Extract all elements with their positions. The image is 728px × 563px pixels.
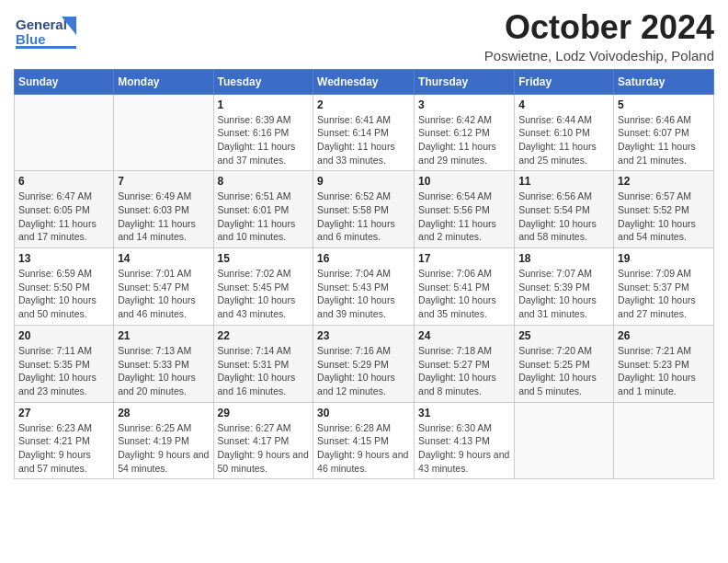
cell-info-text: Sunrise: 7:11 AM Sunset: 5:35 PM Dayligh… (18, 344, 109, 398)
cell-day-number: 1 (218, 98, 310, 111)
cell-day-number: 30 (317, 407, 410, 419)
cell-day-number: 24 (418, 329, 510, 342)
svg-rect-3 (16, 46, 76, 49)
cell-info-text: Sunrise: 6:44 AM Sunset: 6:10 PM Dayligh… (518, 113, 609, 167)
cell-day-number: 23 (317, 329, 410, 342)
svg-text:General: General (16, 17, 67, 32)
calendar-table: SundayMondayTuesdayWednesdayThursdayFrid… (14, 69, 714, 480)
cell-info-text: Sunrise: 7:18 AM Sunset: 5:27 PM Dayligh… (418, 344, 510, 398)
cell-day-number: 4 (518, 98, 609, 111)
cell-info-text: Sunrise: 7:07 AM Sunset: 5:39 PM Dayligh… (518, 267, 609, 321)
cell-info-text: Sunrise: 6:25 AM Sunset: 4:19 PM Dayligh… (118, 421, 209, 476)
cell-day-number: 14 (118, 252, 209, 265)
weekday-header: Saturday (614, 69, 714, 94)
cell-info-text: Sunrise: 7:21 AM Sunset: 5:23 PM Dayligh… (618, 344, 710, 398)
cell-info-text: Sunrise: 7:04 AM Sunset: 5:43 PM Dayligh… (317, 267, 410, 321)
cell-day-number: 8 (218, 175, 310, 188)
cell-info-text: Sunrise: 6:23 AM Sunset: 4:21 PM Dayligh… (18, 421, 109, 476)
calendar-cell: 7Sunrise: 6:49 AM Sunset: 6:03 PM Daylig… (114, 171, 213, 248)
calendar-cell: 28Sunrise: 6:25 AM Sunset: 4:19 PM Dayli… (114, 402, 213, 479)
cell-info-text: Sunrise: 7:09 AM Sunset: 5:37 PM Dayligh… (618, 267, 710, 321)
calendar-cell: 26Sunrise: 7:21 AM Sunset: 5:23 PM Dayli… (614, 325, 714, 402)
cell-day-number: 16 (317, 252, 410, 265)
cell-day-number: 18 (518, 252, 609, 265)
cell-info-text: Sunrise: 7:01 AM Sunset: 5:47 PM Dayligh… (118, 267, 209, 321)
calendar-cell: 11Sunrise: 6:56 AM Sunset: 5:54 PM Dayli… (515, 171, 614, 248)
cell-info-text: Sunrise: 6:51 AM Sunset: 6:01 PM Dayligh… (218, 190, 310, 244)
cell-day-number: 9 (317, 175, 410, 188)
calendar-cell: 24Sunrise: 7:18 AM Sunset: 5:27 PM Dayli… (415, 325, 515, 402)
calendar-cell: 8Sunrise: 6:51 AM Sunset: 6:01 PM Daylig… (213, 171, 313, 248)
cell-day-number: 13 (18, 252, 109, 265)
weekday-header: Monday (114, 69, 213, 94)
calendar-week-row: 20Sunrise: 7:11 AM Sunset: 5:35 PM Dayli… (15, 325, 714, 402)
calendar-cell: 25Sunrise: 7:20 AM Sunset: 5:25 PM Dayli… (515, 325, 614, 402)
cell-day-number: 10 (418, 175, 510, 188)
page-header: General Blue October 2024 Poswietne, Lod… (14, 9, 714, 63)
cell-info-text: Sunrise: 7:14 AM Sunset: 5:31 PM Dayligh… (218, 344, 310, 398)
calendar-cell: 5Sunrise: 6:46 AM Sunset: 6:07 PM Daylig… (614, 94, 714, 171)
cell-info-text: Sunrise: 7:02 AM Sunset: 5:45 PM Dayligh… (218, 267, 310, 321)
svg-text:Blue: Blue (16, 31, 46, 47)
weekday-header: Sunday (15, 69, 114, 94)
cell-day-number: 15 (218, 252, 310, 265)
cell-info-text: Sunrise: 6:41 AM Sunset: 6:14 PM Dayligh… (317, 113, 410, 167)
cell-day-number: 25 (518, 329, 609, 342)
calendar-cell: 10Sunrise: 6:54 AM Sunset: 5:56 PM Dayli… (415, 171, 515, 248)
logo-svg: General Blue (14, 9, 78, 55)
location: Poswietne, Lodz Voivodeship, Poland (484, 48, 714, 63)
cell-info-text: Sunrise: 6:30 AM Sunset: 4:13 PM Dayligh… (418, 421, 510, 476)
cell-info-text: Sunrise: 6:54 AM Sunset: 5:56 PM Dayligh… (418, 190, 510, 244)
weekday-header: Friday (515, 69, 614, 94)
weekday-header: Wednesday (313, 69, 415, 94)
cell-day-number: 3 (418, 98, 510, 111)
weekday-header: Tuesday (213, 69, 313, 94)
cell-day-number: 21 (118, 329, 209, 342)
calendar-cell: 12Sunrise: 6:57 AM Sunset: 5:52 PM Dayli… (614, 171, 714, 248)
cell-info-text: Sunrise: 6:27 AM Sunset: 4:17 PM Dayligh… (218, 421, 310, 476)
calendar-body: 1Sunrise: 6:39 AM Sunset: 6:16 PM Daylig… (15, 94, 714, 479)
cell-day-number: 31 (418, 407, 510, 419)
cell-info-text: Sunrise: 7:06 AM Sunset: 5:41 PM Dayligh… (418, 267, 510, 321)
cell-day-number: 20 (18, 329, 109, 342)
cell-info-text: Sunrise: 6:39 AM Sunset: 6:16 PM Dayligh… (218, 113, 310, 167)
cell-day-number: 6 (18, 175, 109, 188)
cell-day-number: 27 (18, 407, 109, 419)
calendar-cell: 31Sunrise: 6:30 AM Sunset: 4:13 PM Dayli… (415, 402, 515, 479)
calendar-cell: 3Sunrise: 6:42 AM Sunset: 6:12 PM Daylig… (415, 94, 515, 171)
cell-day-number: 7 (118, 175, 209, 188)
calendar-week-row: 1Sunrise: 6:39 AM Sunset: 6:16 PM Daylig… (15, 94, 714, 171)
cell-info-text: Sunrise: 6:59 AM Sunset: 5:50 PM Dayligh… (18, 267, 109, 321)
cell-info-text: Sunrise: 6:28 AM Sunset: 4:15 PM Dayligh… (317, 421, 410, 476)
calendar-cell: 14Sunrise: 7:01 AM Sunset: 5:47 PM Dayli… (114, 248, 213, 326)
title-block: October 2024 Poswietne, Lodz Voivodeship… (484, 9, 714, 63)
cell-info-text: Sunrise: 6:57 AM Sunset: 5:52 PM Dayligh… (618, 190, 710, 244)
cell-day-number: 29 (218, 407, 310, 419)
calendar-cell: 16Sunrise: 7:04 AM Sunset: 5:43 PM Dayli… (313, 248, 415, 326)
cell-info-text: Sunrise: 6:46 AM Sunset: 6:07 PM Dayligh… (618, 113, 710, 167)
calendar-week-row: 13Sunrise: 6:59 AM Sunset: 5:50 PM Dayli… (15, 248, 714, 326)
calendar-cell: 9Sunrise: 6:52 AM Sunset: 5:58 PM Daylig… (313, 171, 415, 248)
calendar-week-row: 6Sunrise: 6:47 AM Sunset: 6:05 PM Daylig… (15, 171, 714, 248)
weekday-row: SundayMondayTuesdayWednesdayThursdayFrid… (15, 69, 714, 94)
calendar-cell: 27Sunrise: 6:23 AM Sunset: 4:21 PM Dayli… (15, 402, 114, 479)
cell-info-text: Sunrise: 6:42 AM Sunset: 6:12 PM Dayligh… (418, 113, 510, 167)
calendar-cell: 15Sunrise: 7:02 AM Sunset: 5:45 PM Dayli… (213, 248, 313, 326)
calendar-cell: 21Sunrise: 7:13 AM Sunset: 5:33 PM Dayli… (114, 325, 213, 402)
calendar-cell (15, 94, 114, 171)
calendar-cell: 2Sunrise: 6:41 AM Sunset: 6:14 PM Daylig… (313, 94, 415, 171)
calendar-cell: 29Sunrise: 6:27 AM Sunset: 4:17 PM Dayli… (213, 402, 313, 479)
calendar-cell: 6Sunrise: 6:47 AM Sunset: 6:05 PM Daylig… (15, 171, 114, 248)
calendar-cell: 20Sunrise: 7:11 AM Sunset: 5:35 PM Dayli… (15, 325, 114, 402)
calendar-cell: 13Sunrise: 6:59 AM Sunset: 5:50 PM Dayli… (15, 248, 114, 326)
calendar-cell: 19Sunrise: 7:09 AM Sunset: 5:37 PM Dayli… (614, 248, 714, 326)
cell-day-number: 5 (618, 98, 710, 111)
cell-info-text: Sunrise: 7:16 AM Sunset: 5:29 PM Dayligh… (317, 344, 410, 398)
cell-info-text: Sunrise: 7:13 AM Sunset: 5:33 PM Dayligh… (118, 344, 209, 398)
calendar-header: SundayMondayTuesdayWednesdayThursdayFrid… (15, 69, 714, 94)
cell-info-text: Sunrise: 7:20 AM Sunset: 5:25 PM Dayligh… (518, 344, 609, 398)
calendar-cell: 17Sunrise: 7:06 AM Sunset: 5:41 PM Dayli… (415, 248, 515, 326)
cell-info-text: Sunrise: 6:52 AM Sunset: 5:58 PM Dayligh… (317, 190, 410, 244)
weekday-header: Thursday (415, 69, 515, 94)
logo: General Blue (14, 9, 78, 55)
